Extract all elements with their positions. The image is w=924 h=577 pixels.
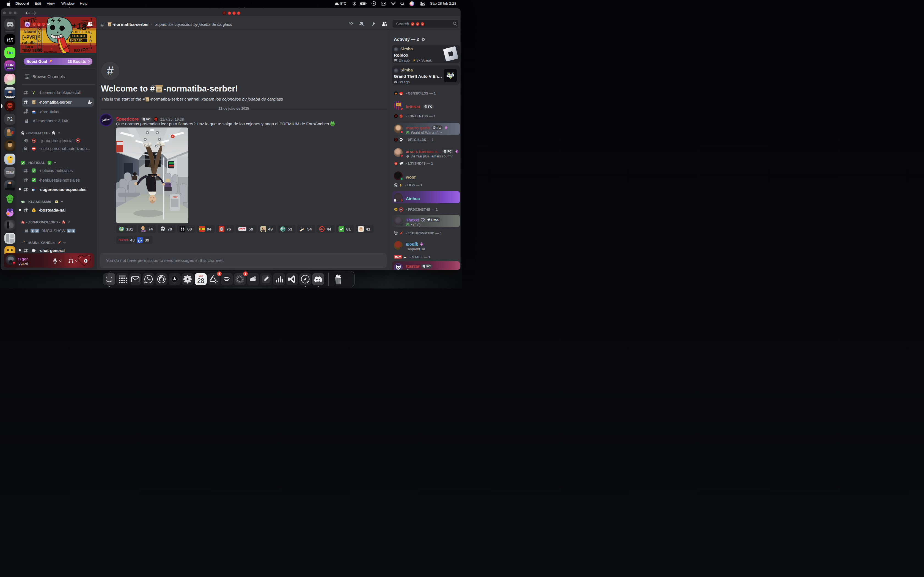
svg-text:3: 3 (36, 229, 38, 232)
svg-text:1: 1 (68, 229, 69, 232)
svg-text:renf: renf (173, 196, 178, 198)
svg-text:D: D (38, 47, 41, 51)
svg-text:Sáb: Sáb (199, 274, 203, 277)
svg-text:IMPORTE?: IMPORTE? (80, 27, 91, 29)
svg-text:A: A (38, 43, 41, 47)
svg-text:[+PVR]: [+PVR] (22, 35, 37, 40)
svg-text:E: E (38, 35, 40, 39)
svg-text:O: O (89, 46, 92, 50)
svg-text:1: 1 (72, 229, 74, 232)
svg-text:loco: loco (25, 44, 33, 49)
svg-text:S: S (89, 31, 92, 35)
svg-text:$: $ (33, 210, 34, 212)
svg-text:E: E (90, 35, 92, 39)
svg-text:3: 3 (32, 229, 33, 232)
svg-text:FIVE: FIVE (448, 74, 453, 77)
svg-text:INSAID: INSAID (70, 39, 83, 42)
svg-text:18: 18 (400, 208, 402, 211)
svg-text:TENGO: TENGO (81, 19, 89, 22)
svg-text:10/10: 10/10 (141, 230, 146, 232)
svg-text:TOCHO: TOCHO (72, 34, 86, 38)
svg-text:follatela!: follatela! (24, 30, 36, 33)
svg-text:FREE: FREE (239, 228, 246, 230)
svg-text:R: R (89, 39, 92, 43)
svg-text:D: D (38, 39, 41, 43)
svg-text:FIN DEL HILO: FIN DEL HILO (68, 31, 90, 34)
svg-text:T: T (90, 18, 92, 21)
svg-text:28: 28 (197, 277, 204, 284)
svg-text:V: V (38, 31, 40, 35)
svg-text:O: O (38, 27, 41, 31)
svg-text:I: I (90, 43, 91, 47)
svg-text:SUURMANO: SUURMANO (44, 51, 57, 53)
